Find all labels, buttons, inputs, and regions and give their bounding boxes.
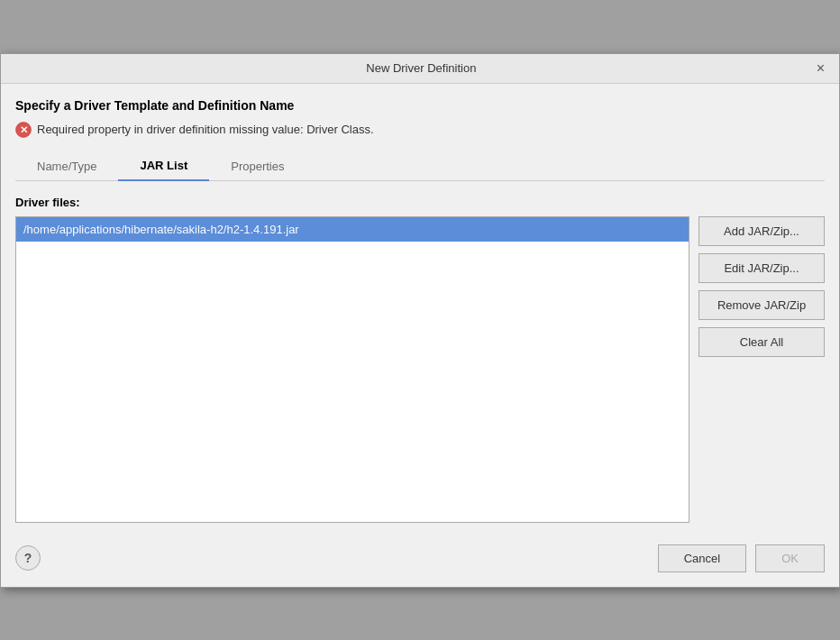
add-jar-button[interactable]: Add JAR/Zip... bbox=[698, 216, 825, 246]
edit-jar-button[interactable]: Edit JAR/Zip... bbox=[698, 253, 825, 283]
error-icon: ✕ bbox=[15, 122, 32, 138]
tab-content: Driver files: /home/applications/hiberna… bbox=[15, 181, 825, 523]
error-message: Required property in driver definition m… bbox=[37, 123, 374, 136]
footer-left: ? bbox=[15, 545, 41, 571]
dialog-footer: ? Cancel OK bbox=[1, 532, 839, 587]
list-item[interactable]: /home/applications/hibernate/sakila-h2/h… bbox=[16, 217, 689, 242]
remove-jar-button[interactable]: Remove JAR/Zip bbox=[698, 290, 825, 320]
driver-files-label: Driver files: bbox=[15, 196, 825, 209]
dialog-body: Specify a Driver Template and Definition… bbox=[1, 84, 839, 523]
clear-all-button[interactable]: Clear All bbox=[698, 327, 825, 357]
svg-text:✕: ✕ bbox=[20, 124, 28, 135]
error-row: ✕ Required property in driver definition… bbox=[15, 122, 825, 138]
ok-button[interactable]: OK bbox=[755, 544, 825, 572]
dialog-window: New Driver Definition × Specify a Driver… bbox=[0, 53, 840, 588]
tab-properties[interactable]: Properties bbox=[209, 151, 306, 181]
close-button[interactable]: × bbox=[813, 61, 828, 76]
cancel-button[interactable]: Cancel bbox=[658, 544, 746, 572]
tab-jar-list[interactable]: JAR List bbox=[118, 151, 209, 181]
help-button[interactable]: ? bbox=[15, 545, 41, 571]
title-bar: New Driver Definition × bbox=[1, 54, 839, 84]
tab-name-type[interactable]: Name/Type bbox=[15, 151, 118, 181]
dialog-title: New Driver Definition bbox=[30, 61, 813, 75]
file-list[interactable]: /home/applications/hibernate/sakila-h2/h… bbox=[15, 216, 689, 523]
footer-right: Cancel OK bbox=[658, 544, 825, 572]
buttons-panel: Add JAR/Zip... Edit JAR/Zip... Remove JA… bbox=[698, 216, 825, 357]
content-area: /home/applications/hibernate/sakila-h2/h… bbox=[15, 216, 825, 523]
dialog-heading: Specify a Driver Template and Definition… bbox=[15, 98, 825, 113]
tabs-container: Name/Type JAR List Properties bbox=[15, 151, 825, 181]
